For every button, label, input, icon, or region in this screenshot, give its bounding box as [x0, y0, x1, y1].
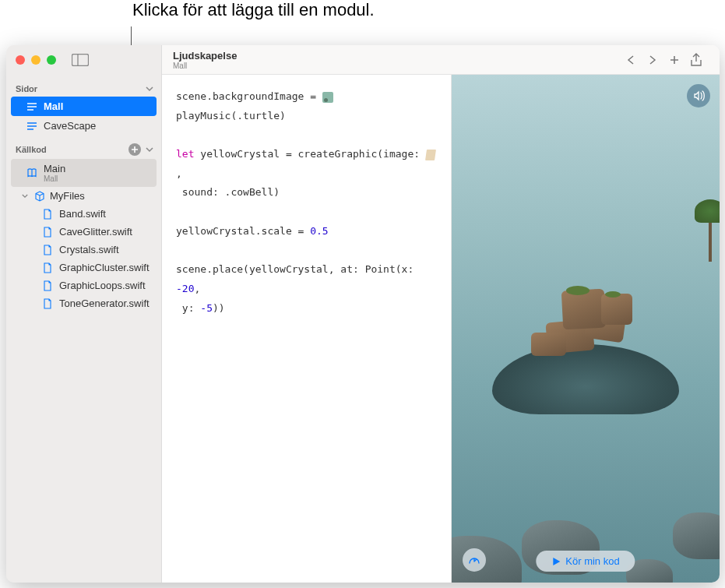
sound-button[interactable] [687, 84, 710, 107]
preview-pane: Kör min kod [452, 75, 720, 583]
page-item-mall[interactable]: Mall [11, 97, 157, 116]
add-module-button[interactable] [128, 143, 141, 156]
cube-icon [34, 191, 45, 202]
swift-file-icon [42, 262, 53, 273]
page-icon [26, 121, 37, 132]
file-label: Crystals.swift [59, 244, 119, 255]
chevron-down-icon[interactable] [146, 86, 153, 92]
page-label: Mall [44, 100, 63, 112]
file-item[interactable]: CaveGlitter.swift [6, 223, 161, 241]
module-sub: Mall [44, 174, 65, 183]
callout-text: Klicka för att lägga till en modul. [132, 0, 375, 20]
titlebar [6, 45, 720, 75]
code-text: , [194, 283, 200, 294]
code-text: scene.place(yellowCrystal, at: Point(x: [176, 263, 420, 275]
file-label: GraphicCluster.swift [59, 262, 150, 273]
file-item[interactable]: GraphicLoops.swift [6, 276, 161, 294]
code-text: , [176, 167, 182, 179]
module-main-text: Main Mall [44, 163, 65, 183]
main-area: Ljudskapelse Mall scene.backgroundImage … [162, 45, 720, 583]
file-item[interactable]: Crystals.swift [6, 241, 161, 259]
code-editor[interactable]: scene.backgroundImage = playMusic(.turtl… [162, 75, 452, 583]
file-label: GraphicLoops.swift [59, 280, 146, 291]
swift-file-icon [42, 245, 53, 255]
code-text: yellowCrystal = createGraphic(image: [194, 148, 425, 160]
page-icon [26, 101, 37, 112]
file-label: ToneGenerator.swift [59, 298, 150, 309]
code-text: scene.backgroundImage = [176, 90, 322, 102]
maximize-icon[interactable] [47, 55, 56, 65]
code-text: sound: .cowBell) [176, 186, 280, 198]
svg-rect-0 [72, 55, 89, 66]
module-label: Main [44, 163, 65, 174]
module-item-main[interactable]: Main Mall [11, 159, 157, 187]
image-literal-icon [322, 92, 333, 103]
scene-illustration [452, 75, 720, 583]
number-literal: 0.5 [310, 225, 328, 237]
file-item[interactable]: GraphicCluster.swift [6, 259, 161, 276]
swift-file-icon [42, 298, 53, 309]
split-view: scene.backgroundImage = playMusic(.turtl… [162, 75, 720, 583]
swift-file-icon [42, 280, 53, 291]
folder-item-myfiles[interactable]: MyFiles [6, 187, 161, 205]
minimize-icon[interactable] [31, 55, 40, 65]
file-label: CaveGlitter.swift [59, 226, 132, 238]
keyword: let [176, 148, 194, 160]
section-pages-label: Sidor [16, 84, 37, 93]
window-controls [16, 55, 56, 65]
section-source-label: Källkod [16, 145, 47, 154]
run-label: Kör min kod [565, 555, 619, 567]
speed-button[interactable] [463, 548, 486, 572]
number-literal: -20 [176, 283, 194, 294]
run-code-button[interactable]: Kör min kod [536, 551, 635, 572]
chevron-down-icon[interactable] [22, 194, 30, 199]
code-text: y: [176, 302, 200, 314]
swift-file-icon [42, 209, 53, 220]
code-text: )) [213, 302, 225, 314]
section-source-header[interactable]: Källkod [6, 140, 161, 159]
code-text: yellowCrystal.scale = [176, 225, 310, 237]
chevron-down-icon[interactable] [146, 147, 153, 153]
page-label: CaveScape [44, 120, 96, 132]
close-icon[interactable] [16, 55, 25, 65]
folder-label: MyFiles [50, 190, 85, 202]
sidebar-toggle-icon[interactable] [72, 54, 89, 66]
section-pages-header[interactable]: Sidor [6, 81, 161, 97]
number-literal: -5 [200, 302, 213, 314]
code-text: playMusic(.turtle) [176, 110, 286, 121]
sidebar: Sidor Mall CaveScape Källkod [6, 45, 162, 583]
swift-file-icon [42, 227, 53, 238]
page-item-cavescape[interactable]: CaveScape [6, 116, 161, 136]
app-window: Sidor Mall CaveScape Källkod [6, 45, 720, 583]
file-item[interactable]: Band.swift [6, 205, 161, 223]
image-literal-icon [425, 150, 436, 160]
book-icon [26, 167, 37, 178]
file-item[interactable]: ToneGenerator.swift [6, 294, 161, 312]
file-label: Band.swift [59, 208, 106, 220]
